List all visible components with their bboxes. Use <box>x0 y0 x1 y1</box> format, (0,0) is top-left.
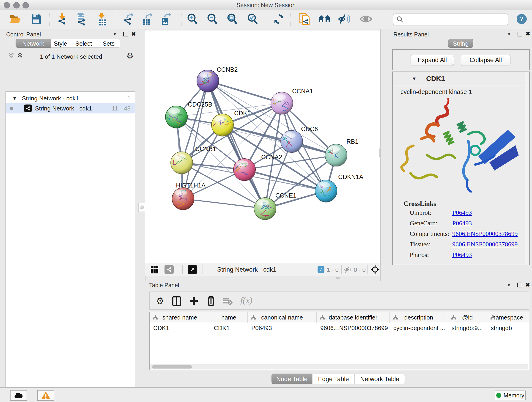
network-node-ccna1[interactable] <box>269 92 293 115</box>
warnings-button[interactable] <box>37 390 54 401</box>
tree-expander-icon[interactable]: ▼ <box>12 96 17 101</box>
tab-select[interactable]: Select <box>70 39 97 48</box>
cell-namespace[interactable]: stringdb <box>487 323 528 333</box>
tab-sets[interactable]: Sets <box>97 39 120 48</box>
column-header-canonical-name[interactable]: canonical name <box>248 312 317 323</box>
cloud-status-button[interactable] <box>10 390 27 401</box>
column-header-namespace[interactable]: namespace <box>487 312 528 323</box>
network-edge[interactable] <box>183 81 208 199</box>
birds-eye-view-icon[interactable] <box>188 265 197 274</box>
refresh-icon[interactable] <box>273 13 285 26</box>
network-node-cdkn1a[interactable] <box>312 180 337 203</box>
tab-string[interactable]: String <box>448 39 473 48</box>
crosslink-value-link[interactable]: 9606.ENSP00000378699 <box>452 230 518 237</box>
expand-all-button[interactable]: Expand All <box>411 55 454 66</box>
network-collection-row[interactable]: ▼ String Network - cdk1 1 <box>6 93 135 103</box>
collapse-all-button[interactable]: Collapse All <box>461 55 510 66</box>
cell-name[interactable]: CDK1 <box>210 323 248 333</box>
table-panel-float-button[interactable] <box>516 281 523 288</box>
network-node-ccna2[interactable] <box>232 159 255 181</box>
open-session-icon[interactable] <box>10 14 22 25</box>
zoom-selected-icon[interactable] <box>247 13 259 26</box>
scrollbar-thumb[interactable] <box>152 365 192 369</box>
crosslink-value-link[interactable]: P06493 <box>452 251 472 259</box>
import-network-icon[interactable] <box>57 13 67 26</box>
zoom-in-icon[interactable] <box>186 13 198 26</box>
network-node-rb1[interactable] <box>325 144 347 167</box>
network-node-cdc25b[interactable] <box>161 106 187 128</box>
network-row-selected[interactable]: String Network - cdk1 11 48 <box>6 103 135 114</box>
column-header-shared-name[interactable]: shared name <box>150 312 210 323</box>
horizontal-splitter-handle[interactable] <box>336 277 340 279</box>
network-node-ccne1[interactable] <box>254 198 276 220</box>
network-edge[interactable] <box>183 199 265 209</box>
left-splitter-handle[interactable] <box>138 203 145 212</box>
crosslink-value-link[interactable]: P06493 <box>452 209 472 216</box>
network-grid-view-icon[interactable] <box>151 266 158 274</box>
results-panel-menu-button[interactable]: ▾ <box>506 30 513 38</box>
results-panel-float-button[interactable] <box>516 30 523 38</box>
network-node-hist1h1a[interactable] <box>172 188 194 211</box>
zoom-out-icon[interactable] <box>206 13 218 26</box>
fit-selected-crosshair-icon[interactable] <box>370 265 380 275</box>
cell-shared-name[interactable]: CDK1 <box>150 323 210 333</box>
tab-node-table[interactable]: Node Table <box>272 374 312 384</box>
eye-icon[interactable] <box>360 14 372 25</box>
network-graph[interactable]: CCNB2CCNA1CDC25BCDK1CDC6RB1CCNB1CCNA2CDK… <box>145 31 380 263</box>
delete-table-icon[interactable] <box>222 298 233 306</box>
table-panel-menu-button[interactable]: ▾ <box>505 281 512 288</box>
control-panel-menu-button[interactable]: ▾ <box>111 30 118 38</box>
import-network-database-icon[interactable] <box>76 13 87 26</box>
tab-style[interactable]: Style <box>51 39 70 48</box>
results-panel-close-button[interactable]: ✖ <box>525 30 531 38</box>
crosslink-value-link[interactable]: 9606.ENSP00000378699 <box>452 241 518 248</box>
cell-description[interactable]: cyclin-dependent ... <box>390 323 448 333</box>
table-row[interactable]: CDK1 CDK1 P06493 9606.ENSP00000378699 cy… <box>150 323 529 333</box>
save-session-icon[interactable] <box>31 14 41 25</box>
results-scrollbar[interactable] <box>525 72 529 264</box>
network-share-view-icon[interactable] <box>165 265 174 274</box>
network-edge[interactable] <box>208 81 282 103</box>
hidden-eye-icon[interactable] <box>344 266 352 274</box>
table-settings-gear-icon[interactable]: ⚙ <box>156 296 164 306</box>
node-section-header[interactable]: ▼ CDK1 <box>393 72 529 86</box>
selected-checkbox-icon[interactable]: ✓ <box>317 266 324 273</box>
help-icon[interactable]: ? <box>516 13 527 26</box>
column-header-database-identifier[interactable]: database identifier <box>317 312 390 323</box>
tab-network-table[interactable]: Network Table <box>355 374 405 384</box>
section-expander-icon[interactable]: ▼ <box>412 76 417 81</box>
function-builder-icon[interactable]: f(x) <box>240 295 253 305</box>
control-panel-close-button[interactable]: ✖ <box>130 30 137 38</box>
network-node-cdc6[interactable] <box>281 130 303 153</box>
cell-canonical-name[interactable]: P06493 <box>248 323 317 333</box>
network-node-ccnb2[interactable] <box>197 70 219 93</box>
expand-all-networks-icon[interactable] <box>17 52 23 60</box>
network-node-ccnb1[interactable] <box>169 152 193 174</box>
show-columns-icon[interactable] <box>172 296 181 307</box>
delete-column-trash-icon[interactable] <box>206 296 215 307</box>
column-header-description[interactable]: description <box>390 312 448 323</box>
column-header-id[interactable]: @id <box>448 312 487 323</box>
cell-id[interactable]: stringdb:9... <box>448 323 487 333</box>
zoom-fit-icon[interactable] <box>226 13 238 26</box>
table-panel-close-button[interactable]: ✖ <box>524 281 531 288</box>
collapse-all-networks-icon[interactable] <box>8 52 15 60</box>
crosslink-value-link[interactable]: P06493 <box>452 220 472 227</box>
hide-unhide-icon[interactable] <box>338 14 351 25</box>
network-options-gear-icon[interactable]: ⚙ <box>127 51 133 61</box>
share-document-icon[interactable] <box>299 12 310 27</box>
tab-network[interactable]: Network <box>16 39 51 48</box>
search-input[interactable] <box>406 15 506 24</box>
network-view[interactable]: CCNB2CCNA1CDC25BCDK1CDC6RB1CCNB1CCNA2CDK… <box>145 31 380 263</box>
export-table-icon[interactable] <box>142 13 153 26</box>
add-column-icon[interactable] <box>189 296 199 307</box>
tab-edge-table[interactable]: Edge Table <box>312 374 355 384</box>
network-edge[interactable] <box>208 81 265 209</box>
homes-icon[interactable] <box>318 14 331 25</box>
cell-database-identifier[interactable]: 9606.ENSP00000378699 <box>317 323 390 333</box>
export-image-icon[interactable] <box>160 13 171 26</box>
column-header-name[interactable]: name <box>210 312 248 323</box>
table-horizontal-scrollbar[interactable] <box>150 364 528 370</box>
import-table-icon[interactable] <box>97 13 107 26</box>
memory-button[interactable]: Memory <box>495 390 526 400</box>
